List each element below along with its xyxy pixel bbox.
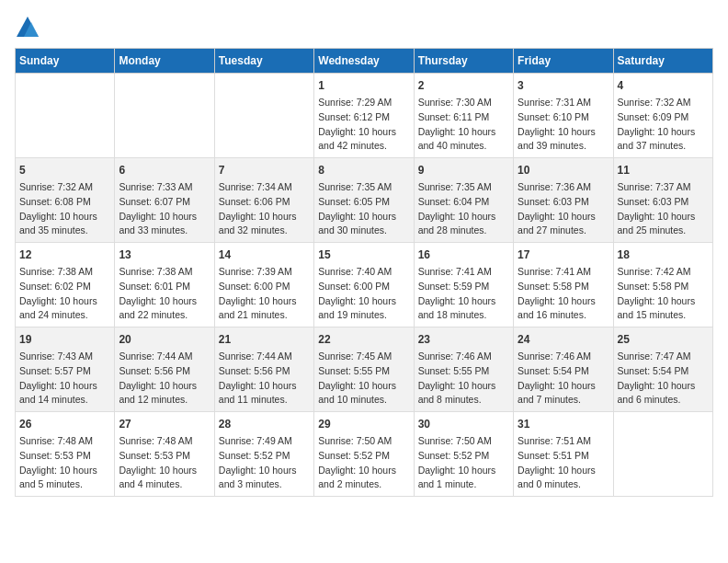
day-number: 2 [418, 77, 509, 94]
calendar-cell: 29Sunrise: 7:50 AM Sunset: 5:52 PM Dayli… [314, 412, 414, 497]
day-number: 10 [518, 162, 609, 178]
week-row-1: 1Sunrise: 7:29 AM Sunset: 6:12 PM Daylig… [16, 74, 713, 158]
calendar-cell: 25Sunrise: 7:47 AM Sunset: 5:54 PM Dayli… [613, 327, 712, 412]
calendar-cell: 23Sunrise: 7:46 AM Sunset: 5:55 PM Dayli… [414, 327, 513, 412]
day-number: 6 [119, 162, 210, 178]
day-number: 20 [119, 331, 210, 348]
day-info: Sunrise: 7:36 AM Sunset: 6:03 PM Dayligh… [518, 180, 609, 238]
calendar-cell: 13Sunrise: 7:38 AM Sunset: 6:01 PM Dayli… [115, 243, 214, 327]
calendar-cell: 17Sunrise: 7:41 AM Sunset: 5:58 PM Dayli… [514, 243, 613, 327]
calendar-cell: 10Sunrise: 7:36 AM Sunset: 6:03 PM Dayli… [514, 158, 613, 243]
day-number: 22 [318, 331, 409, 348]
calendar-cell: 26Sunrise: 7:48 AM Sunset: 5:53 PM Dayli… [16, 412, 115, 497]
day-info: Sunrise: 7:45 AM Sunset: 5:55 PM Dayligh… [318, 350, 409, 408]
day-info: Sunrise: 7:47 AM Sunset: 5:54 PM Dayligh… [618, 350, 709, 408]
calendar-cell: 7Sunrise: 7:34 AM Sunset: 6:06 PM Daylig… [214, 158, 313, 243]
day-info: Sunrise: 7:41 AM Sunset: 5:58 PM Dayligh… [518, 265, 609, 323]
day-number: 4 [618, 77, 709, 94]
day-number: 9 [418, 162, 509, 178]
week-row-5: 26Sunrise: 7:48 AM Sunset: 5:53 PM Dayli… [16, 412, 713, 497]
calendar-cell [115, 74, 214, 158]
calendar-cell: 11Sunrise: 7:37 AM Sunset: 6:03 PM Dayli… [613, 158, 712, 243]
day-number: 24 [518, 331, 609, 348]
day-header-wednesday: Wednesday [314, 49, 414, 74]
day-number: 25 [618, 331, 709, 348]
week-row-3: 12Sunrise: 7:38 AM Sunset: 6:02 PM Dayli… [16, 243, 713, 327]
logo-icon [15, 15, 40, 40]
week-row-4: 19Sunrise: 7:43 AM Sunset: 5:57 PM Dayli… [16, 327, 713, 412]
day-info: Sunrise: 7:46 AM Sunset: 5:55 PM Dayligh… [418, 350, 509, 408]
day-number: 17 [518, 247, 609, 263]
day-info: Sunrise: 7:38 AM Sunset: 6:02 PM Dayligh… [19, 265, 110, 323]
calendar-cell: 20Sunrise: 7:44 AM Sunset: 5:56 PM Dayli… [115, 327, 214, 412]
day-number: 8 [318, 162, 409, 178]
calendar-cell: 19Sunrise: 7:43 AM Sunset: 5:57 PM Dayli… [16, 327, 115, 412]
calendar-cell: 21Sunrise: 7:44 AM Sunset: 5:56 PM Dayli… [214, 327, 313, 412]
day-number: 13 [119, 247, 210, 263]
day-number: 19 [19, 331, 110, 348]
day-info: Sunrise: 7:48 AM Sunset: 5:53 PM Dayligh… [19, 434, 110, 492]
day-number: 21 [219, 331, 310, 348]
calendar-cell: 9Sunrise: 7:35 AM Sunset: 6:04 PM Daylig… [414, 158, 513, 243]
day-header-friday: Friday [514, 49, 613, 74]
day-info: Sunrise: 7:30 AM Sunset: 6:11 PM Dayligh… [418, 96, 509, 154]
calendar-cell: 3Sunrise: 7:31 AM Sunset: 6:10 PM Daylig… [514, 74, 613, 158]
day-number: 3 [518, 77, 609, 94]
calendar-table: SundayMondayTuesdayWednesdayThursdayFrid… [15, 48, 713, 497]
calendar-cell: 24Sunrise: 7:46 AM Sunset: 5:54 PM Dayli… [514, 327, 613, 412]
day-header-saturday: Saturday [613, 49, 712, 74]
day-info: Sunrise: 7:39 AM Sunset: 6:00 PM Dayligh… [219, 265, 310, 323]
day-info: Sunrise: 7:48 AM Sunset: 5:53 PM Dayligh… [119, 434, 210, 492]
day-number: 16 [418, 247, 509, 263]
day-number: 12 [19, 247, 110, 263]
calendar-cell [16, 74, 115, 158]
calendar-cell [214, 74, 313, 158]
day-number: 18 [618, 247, 709, 263]
day-header-tuesday: Tuesday [214, 49, 313, 74]
day-number: 11 [618, 162, 709, 178]
calendar-cell: 31Sunrise: 7:51 AM Sunset: 5:51 PM Dayli… [514, 412, 613, 497]
day-info: Sunrise: 7:50 AM Sunset: 5:52 PM Dayligh… [418, 434, 509, 492]
calendar-cell: 28Sunrise: 7:49 AM Sunset: 5:52 PM Dayli… [214, 412, 313, 497]
header-row: SundayMondayTuesdayWednesdayThursdayFrid… [16, 49, 713, 74]
calendar-cell [613, 412, 712, 497]
day-number: 30 [418, 416, 509, 432]
day-info: Sunrise: 7:44 AM Sunset: 5:56 PM Dayligh… [219, 350, 310, 408]
calendar-cell: 30Sunrise: 7:50 AM Sunset: 5:52 PM Dayli… [414, 412, 513, 497]
calendar-cell: 15Sunrise: 7:40 AM Sunset: 6:00 PM Dayli… [314, 243, 414, 327]
day-info: Sunrise: 7:51 AM Sunset: 5:51 PM Dayligh… [518, 434, 609, 492]
day-info: Sunrise: 7:31 AM Sunset: 6:10 PM Dayligh… [518, 96, 609, 154]
day-info: Sunrise: 7:42 AM Sunset: 5:58 PM Dayligh… [618, 265, 709, 323]
day-info: Sunrise: 7:49 AM Sunset: 5:52 PM Dayligh… [219, 434, 310, 492]
calendar-cell: 4Sunrise: 7:32 AM Sunset: 6:09 PM Daylig… [613, 74, 712, 158]
calendar-cell: 12Sunrise: 7:38 AM Sunset: 6:02 PM Dayli… [16, 243, 115, 327]
day-info: Sunrise: 7:41 AM Sunset: 5:59 PM Dayligh… [418, 265, 509, 323]
day-header-sunday: Sunday [16, 49, 115, 74]
day-number: 29 [318, 416, 409, 432]
day-info: Sunrise: 7:38 AM Sunset: 6:01 PM Dayligh… [119, 265, 210, 323]
calendar-cell: 18Sunrise: 7:42 AM Sunset: 5:58 PM Dayli… [613, 243, 712, 327]
day-header-monday: Monday [115, 49, 214, 74]
calendar-cell: 6Sunrise: 7:33 AM Sunset: 6:07 PM Daylig… [115, 158, 214, 243]
logo [15, 15, 42, 40]
day-info: Sunrise: 7:37 AM Sunset: 6:03 PM Dayligh… [618, 180, 709, 238]
day-info: Sunrise: 7:34 AM Sunset: 6:06 PM Dayligh… [219, 180, 310, 238]
day-number: 7 [219, 162, 310, 178]
day-number: 1 [318, 77, 409, 94]
day-info: Sunrise: 7:43 AM Sunset: 5:57 PM Dayligh… [19, 350, 110, 408]
day-number: 14 [219, 247, 310, 263]
calendar-cell: 5Sunrise: 7:32 AM Sunset: 6:08 PM Daylig… [16, 158, 115, 243]
day-number: 5 [19, 162, 110, 178]
calendar-cell: 16Sunrise: 7:41 AM Sunset: 5:59 PM Dayli… [414, 243, 513, 327]
day-header-thursday: Thursday [414, 49, 513, 74]
day-number: 28 [219, 416, 310, 432]
calendar-cell: 8Sunrise: 7:35 AM Sunset: 6:05 PM Daylig… [314, 158, 414, 243]
day-info: Sunrise: 7:40 AM Sunset: 6:00 PM Dayligh… [318, 265, 409, 323]
day-info: Sunrise: 7:29 AM Sunset: 6:12 PM Dayligh… [318, 96, 409, 154]
calendar-cell: 2Sunrise: 7:30 AM Sunset: 6:11 PM Daylig… [414, 74, 513, 158]
day-info: Sunrise: 7:33 AM Sunset: 6:07 PM Dayligh… [119, 180, 210, 238]
day-number: 31 [518, 416, 609, 432]
day-number: 23 [418, 331, 509, 348]
day-info: Sunrise: 7:50 AM Sunset: 5:52 PM Dayligh… [318, 434, 409, 492]
day-info: Sunrise: 7:32 AM Sunset: 6:09 PM Dayligh… [618, 96, 709, 154]
